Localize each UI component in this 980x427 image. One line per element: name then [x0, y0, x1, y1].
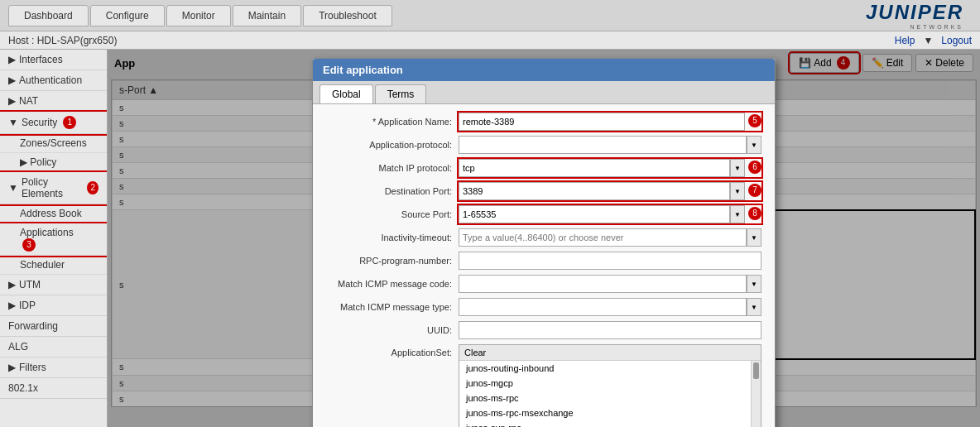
- inactivity-input[interactable]: [459, 228, 747, 247]
- sidebar-sub-scheduler[interactable]: Scheduler: [0, 256, 107, 275]
- icmpcode-arrow[interactable]: ▼: [747, 275, 761, 293]
- sidebar: ▶ Interfaces ▶ Authentication ▶ NAT ▼ Se…: [0, 50, 108, 427]
- srcport-label: Source Port:: [326, 209, 459, 219]
- sidebar-item-filters[interactable]: ▶ Filters: [0, 357, 107, 378]
- form-row-srcport: Source Port: ▼ 8: [326, 205, 761, 223]
- destport-input[interactable]: [459, 182, 730, 200]
- appprotocol-input[interactable]: [459, 136, 747, 154]
- srcport-arrow[interactable]: ▼: [730, 205, 745, 223]
- arrow-icon: ▶: [8, 54, 16, 65]
- destport-label: Destination Port:: [326, 186, 459, 196]
- arrow-icon: ▶: [20, 156, 27, 168]
- form-row-uuid: UUID:: [326, 321, 761, 339]
- tab-global[interactable]: Global: [319, 84, 373, 103]
- nav-tab-maintain[interactable]: Maintain: [233, 5, 301, 26]
- matchip-input[interactable]: [459, 159, 730, 177]
- dropdown-option[interactable]: junos-ms-rpc: [459, 391, 751, 405]
- arrow-icon: ▶: [8, 300, 16, 311]
- sidebar-sub-address-book[interactable]: Address Book: [0, 204, 107, 223]
- appset-label: ApplicationSet:: [326, 348, 459, 357]
- sidebar-item-security[interactable]: ▼ Security 1: [0, 112, 107, 134]
- modal-title: Edit application: [313, 59, 775, 81]
- sidebar-item-authentication[interactable]: ▶ Authentication: [0, 70, 107, 91]
- matchip-arrow[interactable]: ▼: [730, 159, 745, 177]
- arrow-icon: ▶: [8, 95, 16, 107]
- appname-label: * Application Name:: [326, 117, 459, 127]
- nav-tab-dashboard[interactable]: Dashboard: [8, 5, 89, 26]
- dropdown-option[interactable]: junos-sun-rpc: [459, 420, 751, 427]
- logo-brand: JUNIPER: [866, 1, 963, 24]
- appset-dropdown: Clear junos-routing-inbound junos-mgcp j…: [459, 344, 761, 427]
- appprotocol-arrow[interactable]: ▼: [747, 136, 761, 154]
- dropdown-option[interactable]: junos-routing-inbound: [459, 361, 751, 376]
- step-8-badge: 8: [748, 207, 761, 220]
- dropdown-clear[interactable]: Clear: [459, 345, 761, 361]
- form-row-icmpcode: Match ICMP message code: ▼: [326, 275, 761, 293]
- srcport-input[interactable]: [459, 205, 730, 223]
- form-row-inactivity: Inactivity-timeout: ▼: [326, 228, 761, 247]
- form-row-appprotocol: Application-protocol: ▼: [326, 136, 761, 154]
- arrow-icon: ▶: [8, 362, 16, 373]
- sidebar-sub-applications[interactable]: Applications 3: [0, 223, 107, 256]
- nav-tab-troubleshoot[interactable]: Troubleshoot: [303, 5, 392, 26]
- juniper-logo: JUNIPER NETWORKS: [858, 0, 972, 31]
- arrow-icon: ▶: [8, 279, 16, 290]
- step-5-badge: 5: [748, 114, 761, 127]
- sidebar-item-interfaces[interactable]: ▶ Interfaces: [0, 50, 107, 70]
- sidebar-item-forwarding[interactable]: Forwarding: [0, 316, 107, 337]
- logo-sub: NETWORKS: [866, 24, 963, 30]
- form-row-rpc: RPC-program-number:: [326, 252, 761, 270]
- appprotocol-label: Application-protocol:: [326, 140, 459, 150]
- uuid-label: UUID:: [326, 325, 459, 335]
- dropdown-option[interactable]: junos-mgcp: [459, 376, 751, 391]
- nav-tab-configure[interactable]: Configure: [90, 5, 165, 26]
- icmptype-input[interactable]: [459, 298, 747, 316]
- sidebar-item-idp[interactable]: ▶ IDP: [0, 295, 107, 316]
- dropdown-scrollbar[interactable]: [751, 361, 761, 427]
- step-1-badge: 1: [63, 116, 76, 129]
- sidebar-sub-policy[interactable]: ▶ Policy: [0, 153, 107, 172]
- step-2-badge: 2: [87, 181, 98, 194]
- rpc-label: RPC-program-number:: [326, 256, 459, 266]
- sidebar-item-nat[interactable]: ▶ NAT: [0, 91, 107, 112]
- sidebar-item-policy-elements[interactable]: ▼ Policy Elements 2: [0, 172, 107, 204]
- dropdown-option[interactable]: junos-ms-rpc-msexchange: [459, 405, 751, 420]
- logout-link[interactable]: Logout: [941, 35, 972, 46]
- edit-application-modal: Edit application Global Terms * Applicat…: [312, 58, 776, 427]
- sidebar-item-alg[interactable]: ALG: [0, 337, 107, 357]
- step-6-badge: 6: [748, 161, 761, 174]
- content-area: App 💾 Add 4 ✏️ Edit ✕ Delete: [108, 50, 980, 427]
- tab-terms[interactable]: Terms: [375, 84, 427, 103]
- modal-overlay: Edit application Global Terms * Applicat…: [108, 50, 980, 427]
- matchip-label: Match IP protocol:: [326, 163, 459, 173]
- nav-tab-monitor[interactable]: Monitor: [166, 5, 231, 26]
- step-3-badge: 3: [22, 238, 36, 252]
- sidebar-sub-zones[interactable]: Zones/Screens: [0, 134, 107, 153]
- step-7-badge: 7: [748, 184, 761, 197]
- form-row-matchip: Match IP protocol: ▼ 6: [326, 159, 761, 177]
- appname-input[interactable]: [459, 113, 745, 131]
- sidebar-item-utm[interactable]: ▶ UTM: [0, 275, 107, 295]
- host-label: Host : HDL-SAP(grx650): [8, 35, 117, 46]
- form-row-appset: ApplicationSet: Clear junos-routing-inbo…: [326, 344, 761, 427]
- arrow-icon: ▼: [8, 182, 18, 194]
- inactivity-arrow[interactable]: ▼: [747, 228, 761, 247]
- icmptype-arrow[interactable]: ▼: [747, 298, 761, 316]
- icmptype-label: Match ICMP message type:: [326, 302, 459, 312]
- arrow-icon: ▼: [8, 117, 18, 128]
- modal-tabs: Global Terms: [313, 81, 775, 104]
- arrow-icon: ▶: [8, 74, 16, 86]
- help-link[interactable]: Help: [895, 35, 915, 46]
- form-row-destport: Destination Port: ▼ 7: [326, 182, 761, 200]
- icmpcode-input[interactable]: [459, 275, 747, 293]
- icmpcode-label: Match ICMP message code:: [326, 279, 459, 289]
- form-row-appname: * Application Name: 5: [326, 113, 761, 131]
- sidebar-item-8021x[interactable]: 802.1x: [0, 378, 107, 399]
- modal-body: * Application Name: 5 Application-protoc…: [313, 104, 775, 427]
- rpc-input[interactable]: [459, 252, 761, 270]
- dropdown-options: junos-routing-inbound junos-mgcp junos-m…: [459, 361, 751, 427]
- form-row-icmptype: Match ICMP message type: ▼: [326, 298, 761, 316]
- uuid-input[interactable]: [459, 321, 761, 339]
- inactivity-label: Inactivity-timeout:: [326, 233, 459, 242]
- destport-arrow[interactable]: ▼: [730, 182, 745, 200]
